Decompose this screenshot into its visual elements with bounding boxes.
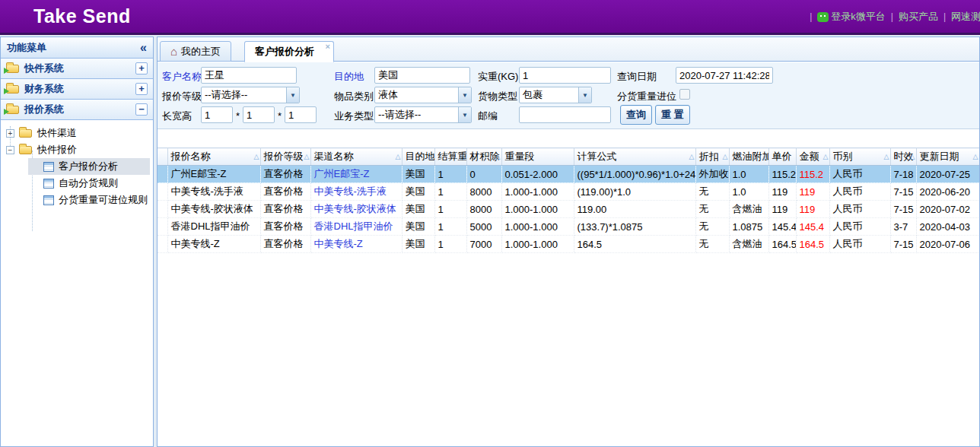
tab-customer-quote-analysis[interactable]: 客户报价分析 × <box>244 41 334 62</box>
channel-link[interactable]: 香港DHL指甲油价 <box>310 218 402 236</box>
table-row[interactable]: 中美专线-胶状液体直客价格中美专线-胶状液体美国180001.000-1.000… <box>158 201 979 218</box>
channel-link[interactable]: 广州E邮宝-Z <box>310 166 402 183</box>
cell-update-date: 2020-07-06 <box>916 236 979 253</box>
zip-code-input[interactable] <box>519 106 611 123</box>
cell-selector <box>158 183 167 201</box>
wechat-icon <box>817 12 829 22</box>
cell-volume-divisor: 5000 <box>466 218 501 236</box>
channel-link[interactable]: 中美专线-Z <box>310 236 402 253</box>
sidebar-item-finance-system[interactable]: 财务系统 + <box>1 79 153 100</box>
cell-formula: ((95*1/1.000)*0.96)*1.0+24 <box>574 166 695 183</box>
table-row[interactable]: 中美专线-Z直客价格中美专线-Z美国170001.000-1.000164.5无… <box>158 236 979 253</box>
destination-input[interactable] <box>374 67 470 84</box>
cell-settlement-weight: 1 <box>434 218 466 236</box>
login-wechat-link[interactable]: 登录k微平台 <box>817 10 886 24</box>
expand-plus-icon[interactable]: + <box>135 62 148 74</box>
column-header-channel-name[interactable]: 渠道名称△ <box>310 148 402 166</box>
channel-link[interactable]: 中美专线-胶状液体 <box>310 201 402 218</box>
cell-weight-range: 1.000-1.000 <box>501 218 574 236</box>
query-date-input[interactable] <box>676 67 773 84</box>
speed-test-link[interactable]: 网速测试 <box>951 10 980 24</box>
column-header-volume-divisor[interactable]: 材积除△ <box>466 148 501 166</box>
column-header-settlement-weight[interactable]: 结算重△ <box>434 148 466 166</box>
tree-item-express-quote[interactable]: − 快件报价 <box>1 141 153 158</box>
asterisk-separator: * <box>278 110 282 122</box>
sidebar-item-express-system[interactable]: 快件系统 + <box>1 59 153 79</box>
sort-asc-icon: △ <box>460 154 466 160</box>
width-input[interactable] <box>243 106 275 123</box>
sort-asc-icon: △ <box>396 154 401 160</box>
sidebar-item-quote-system[interactable]: 报价系统 − <box>1 100 153 120</box>
column-header-fuel-surcharge[interactable]: 燃油附加△ <box>729 148 768 166</box>
item-type-label: 物品类别 <box>334 90 374 103</box>
table-row[interactable]: 香港DHL指甲油价直客价格香港DHL指甲油价美国150001.000-1.000… <box>158 218 979 236</box>
column-header-currency[interactable]: 币别△ <box>829 148 890 166</box>
cell-selector <box>158 201 167 218</box>
cell-formula: 119.00 <box>574 201 695 218</box>
length-input[interactable] <box>201 106 233 123</box>
column-header-update-date[interactable]: 更新日期△ <box>916 148 979 166</box>
column-header-unit-price[interactable]: 单价 <box>768 148 796 166</box>
cargo-type-select[interactable]: 包裹 ▼ <box>519 87 592 103</box>
chevron-down-icon: ▼ <box>286 87 299 103</box>
channel-link[interactable]: 中美专线-洗手液 <box>310 183 402 201</box>
customer-name-input[interactable] <box>201 67 297 84</box>
cell-quote-level: 直客价格 <box>260 166 310 183</box>
item-type-select[interactable]: 液体 ▼ <box>374 87 472 103</box>
query-button[interactable]: 查询 <box>620 105 652 125</box>
grid-icon <box>43 179 54 189</box>
folder-open-icon <box>19 146 32 154</box>
quote-level-select[interactable]: --请选择-- ▼ <box>201 87 300 103</box>
cell-selector <box>158 218 167 236</box>
tree-item-split-weight-carry-rule[interactable]: 分货重量可进位规则 <box>28 192 150 208</box>
expand-plus-icon[interactable]: + <box>135 83 148 95</box>
actual-weight-label: 实重(KG) <box>478 70 518 84</box>
cell-quote-level: 直客价格 <box>260 183 310 201</box>
sidebar-header: 功能菜单 « <box>1 37 153 59</box>
buy-product-link[interactable]: 购买产品 <box>899 10 938 24</box>
app-logo: Take Send <box>33 5 131 27</box>
tree-item-auto-split-rule[interactable]: 自动分货规则 <box>28 175 150 192</box>
column-header-transit-time[interactable]: 时效△ <box>890 148 916 166</box>
column-header-quote-level[interactable]: 报价等级△ <box>260 148 310 166</box>
column-header-destination[interactable]: 目的地△ <box>402 148 434 166</box>
asterisk-separator: * <box>236 110 240 122</box>
column-header-amount[interactable]: 金额△ <box>796 148 829 166</box>
cell-volume-divisor: 8000 <box>466 201 501 218</box>
expand-plus-icon[interactable]: + <box>6 129 14 138</box>
cell-discount: 无 <box>695 236 729 253</box>
sidebar: 功能菜单 « 快件系统 + 财务系统 + 报价系统 − + 快件渠道 − 快件报… <box>0 36 154 447</box>
column-header-weight-range[interactable]: 重量段 <box>501 148 574 166</box>
column-header-formula[interactable]: 计算公式△ <box>574 148 695 166</box>
reset-button[interactable]: 重 置 <box>655 105 690 125</box>
collapse-sidebar-icon[interactable]: « <box>140 43 147 53</box>
tab-my-home[interactable]: ⌂ 我的主页 <box>160 41 231 62</box>
cell-unit-price: 119 <box>768 183 796 201</box>
cell-transit-time: 3-7 <box>890 218 916 236</box>
height-input[interactable] <box>285 106 317 123</box>
cell-fuel-surcharge: 1.0 <box>729 183 768 201</box>
tree-item-customer-quote-analysis[interactable]: 客户报价分析 <box>28 158 150 175</box>
tree-item-express-channel[interactable]: + 快件渠道 <box>1 125 153 141</box>
top-bar: Take Send | 登录k微平台 | 购买产品 | 网速测试 <box>0 0 980 35</box>
cell-quote-name: 中美专线-洗手液 <box>167 183 260 201</box>
sidebar-title: 功能菜单 <box>7 41 46 55</box>
cell-formula: (133.7)*1.0875 <box>574 218 695 236</box>
column-header-discount[interactable]: 折扣△ <box>695 148 729 166</box>
chevron-down-icon: ▼ <box>458 87 471 103</box>
dimensions-label: 长宽高 <box>162 109 192 123</box>
business-type-select[interactable]: --请选择-- ▼ <box>374 106 472 123</box>
column-header-quote-name[interactable]: 报价名称△ <box>167 148 260 166</box>
results-grid: 报价名称△报价等级△渠道名称△目的地△结算重△材积除△重量段计算公式△折扣△燃油… <box>158 147 979 446</box>
actual-weight-input[interactable] <box>519 67 611 84</box>
collapse-minus-icon[interactable]: − <box>135 103 148 116</box>
cell-quote-name: 中美专线-Z <box>167 236 260 253</box>
table-row[interactable]: 广州E邮宝-Z直客价格广州E邮宝-Z美国100.051-2.000((95*1/… <box>158 166 979 183</box>
cell-volume-divisor: 7000 <box>466 236 501 253</box>
close-tab-icon[interactable]: × <box>326 43 330 51</box>
table-row[interactable]: 中美专线-洗手液直客价格中美专线-洗手液美国180001.000-1.000(1… <box>158 183 979 201</box>
main-panel: ⌂ 我的主页 客户报价分析 × 客户名称 目的地 实重(KG) 查询日期 报价等… <box>157 36 980 447</box>
collapse-minus-icon[interactable]: − <box>6 146 14 154</box>
link-separator: | <box>943 11 946 22</box>
split-weight-carry-checkbox[interactable] <box>679 89 690 100</box>
